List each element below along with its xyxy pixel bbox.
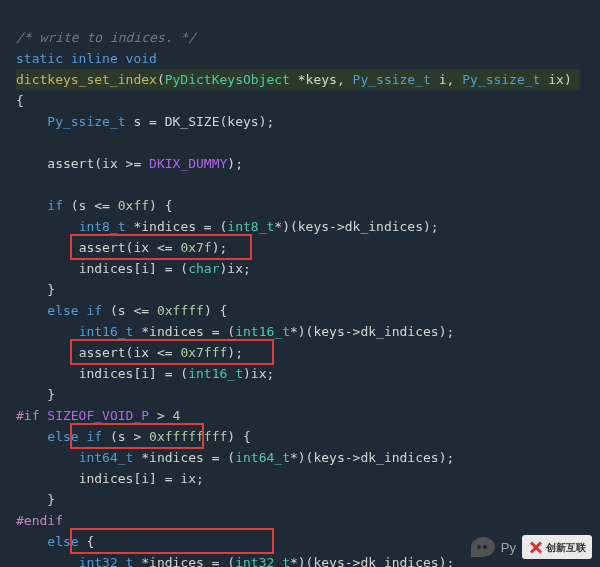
x-icon xyxy=(529,540,543,554)
assign-line-2: indices[i] = ( xyxy=(79,366,189,381)
kw-void: void xyxy=(126,51,157,66)
brand-logo: 创新互联 xyxy=(522,535,592,559)
watermark: Py 创新互联 xyxy=(471,535,592,559)
kw-inline: inline xyxy=(71,51,126,66)
preproc-endif: #endif xyxy=(16,513,63,528)
preproc-if: #if xyxy=(16,408,47,423)
code-block: /* write to indices. */ static inline vo… xyxy=(0,0,600,567)
brand-text: 创新互联 xyxy=(546,537,586,558)
watermark-prefix: Py xyxy=(501,537,516,558)
func-name: dictkeys_set_index xyxy=(16,72,157,87)
kw-static: static xyxy=(16,51,71,66)
assign-line-3: indices[i] = ix; xyxy=(79,471,204,486)
wechat-icon xyxy=(471,537,495,557)
brace: { xyxy=(16,93,24,108)
comment-line: /* write to indices. */ xyxy=(16,30,196,45)
func-decl-line: dictkeys_set_index(PyDictKeysObject *key… xyxy=(16,69,580,90)
assign-line-1: indices[i] = ( xyxy=(79,261,189,276)
